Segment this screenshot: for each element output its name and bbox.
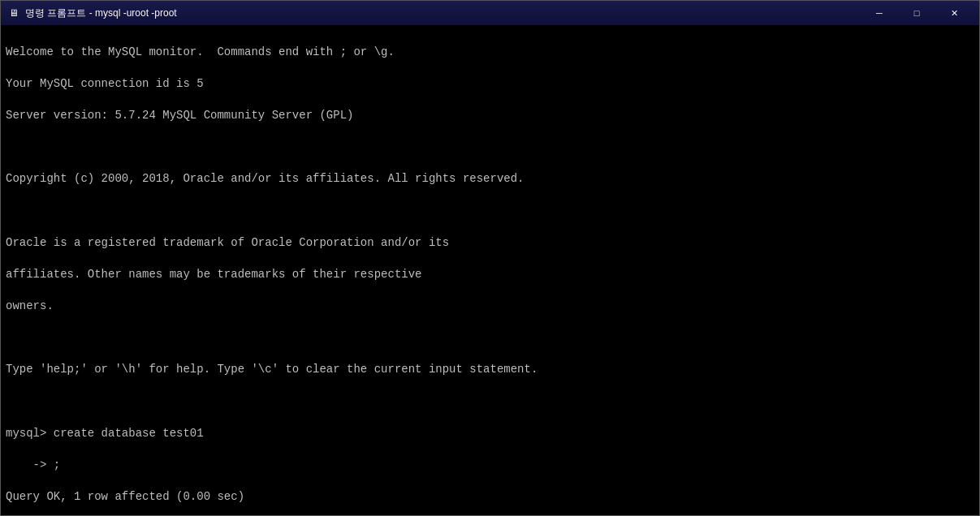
- terminal-line-12: mysql> create database test01: [6, 426, 974, 442]
- terminal-line-7: affiliates. Other names may be trademark…: [6, 267, 974, 283]
- window-icon: 🖥: [7, 6, 20, 19]
- terminal-line-10: Type 'help;' or '\h' for help. Type '\c'…: [6, 362, 974, 378]
- terminal-line-0: Welcome to the MySQL monitor. Commands e…: [6, 45, 974, 61]
- terminal-body[interactable]: Welcome to the MySQL monitor. Commands e…: [1, 25, 979, 515]
- terminal-line-6: Oracle is a registered trademark of Orac…: [6, 235, 974, 252]
- terminal-line-empty-1: [6, 140, 974, 156]
- terminal-line-14: Query OK, 1 row affected (0.00 sec): [6, 489, 974, 505]
- close-button[interactable]: ✕: [935, 1, 973, 25]
- title-bar-text: 명령 프롬프트 - mysql -uroot -proot: [25, 6, 861, 20]
- terminal-line-4: Copyright (c) 2000, 2018, Oracle and/or …: [6, 171, 974, 187]
- terminal-line-1: Your MySQL connection id is 5: [6, 76, 974, 92]
- title-bar: 🖥 명령 프롬프트 - mysql -uroot -proot ─ □ ✕: [1, 1, 979, 25]
- window: 🖥 명령 프롬프트 - mysql -uroot -proot ─ □ ✕ We…: [0, 0, 980, 516]
- terminal-line-empty-4: [6, 394, 974, 411]
- terminal-line-2: Server version: 5.7.24 MySQL Community S…: [6, 108, 974, 124]
- minimize-button[interactable]: ─: [861, 1, 898, 25]
- terminal-line-empty-2: [6, 204, 974, 220]
- maximize-button[interactable]: □: [898, 1, 935, 25]
- terminal-line-8: owners.: [6, 299, 974, 315]
- title-bar-buttons: ─ □ ✕: [861, 1, 973, 25]
- terminal-line-empty-3: [6, 330, 974, 346]
- terminal-line-13: -> ;: [6, 458, 974, 474]
